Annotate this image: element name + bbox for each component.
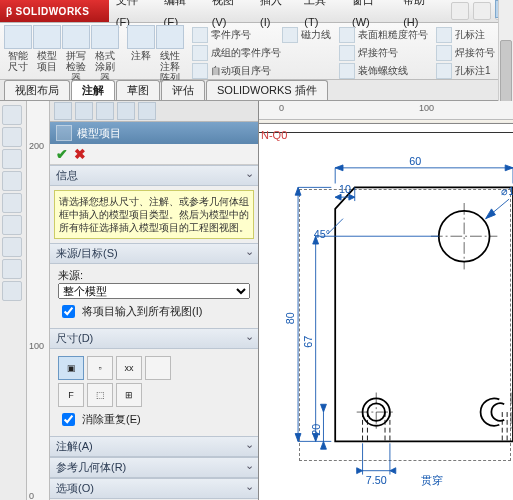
ribbon-surface-finish[interactable]: 表面粗糙度符号 (339, 27, 428, 43)
dim-type-instance-button[interactable]: ▫ (87, 356, 113, 380)
dim-type-7-button[interactable]: ⊞ (116, 383, 142, 407)
tab-view-layout[interactable]: 视图布局 (4, 80, 70, 100)
svg-marker-18 (505, 165, 513, 171)
ribbon-weld-symbol[interactable]: 焊接符号 (339, 45, 428, 61)
menu-bar: βSOLIDWORKS 文件(F) 编辑(E) 视图(V) 插入(I) 工具(T… (0, 0, 513, 23)
dim-type-marked-button[interactable]: ▣ (58, 356, 84, 380)
ribbon-cosmetic-thread[interactable]: 装饰螺纹线 (339, 63, 428, 79)
svg-marker-42 (486, 209, 496, 219)
ribbon-model-items[interactable]: 模型项目 (33, 25, 61, 72)
command-tab-strip: 视图布局 注解 草图 评估 SOLIDWORKS 插件 (0, 80, 513, 101)
section-annotations-header[interactable]: 注解(A) (50, 436, 258, 457)
ribbon: 智能尺寸 模型项目 拼写检验器 格式涂刷器 注释 线性注释阵列 零件序号 成组的… (0, 23, 513, 80)
panel-tab-property-icon[interactable] (75, 102, 93, 120)
drawing-view: 60 10 45° 80 67 20 7.50 ⌀1 贯穿 (259, 119, 513, 500)
model-items-icon (56, 125, 72, 141)
tool-rotate-icon[interactable] (2, 171, 22, 191)
ribbon-hole-callout[interactable]: 孔标注 (436, 27, 495, 43)
svg-text:7.50: 7.50 (366, 474, 387, 486)
svg-text:45°: 45° (314, 228, 330, 240)
property-manager-panel: 模型项目 ? ✔ ✖ 信息 请选择您想从尺寸、注解、或参考几何体组框中插入的模型… (50, 101, 259, 500)
ribbon-smart-dimension[interactable]: 智能尺寸 (4, 25, 32, 72)
dim-type-4-button[interactable] (145, 356, 171, 380)
svg-text:60: 60 (409, 155, 421, 167)
svg-marker-28 (295, 434, 301, 442)
ribbon-surface-group: 表面粗糙度符号 焊接符号 装饰螺纹线 (339, 25, 428, 79)
tool-zoom-icon[interactable] (2, 149, 22, 169)
section-source-header[interactable]: 来源/目标(S) (50, 243, 258, 264)
eliminate-duplicates-input[interactable] (62, 413, 75, 426)
svg-text:80: 80 (284, 312, 296, 324)
main-area: 200 100 0 模型项目 ? ✔ ✖ 信息 请选择您想从尺寸、注解、或参考几… (0, 101, 513, 500)
tool-c-icon[interactable] (2, 281, 22, 301)
ribbon-auto-item-number[interactable]: 自动项目序号 (192, 63, 281, 79)
ribbon-spell-check[interactable]: 拼写检验器 (62, 25, 90, 83)
tool-section-icon[interactable] (2, 193, 22, 213)
info-message: 请选择您想从尺寸、注解、或参考几何体组框中插入的模型项目类型。然后为模型中的所有… (54, 190, 254, 239)
svg-marker-17 (335, 165, 343, 171)
source-label: 来源: (58, 268, 250, 283)
left-toolbar (0, 101, 27, 500)
panel-nav-tabs (50, 101, 258, 122)
ribbon-hole-callout-2[interactable]: 孔标注1 (436, 63, 495, 79)
svg-marker-34 (321, 404, 327, 412)
svg-text:10: 10 (339, 183, 351, 195)
svg-text:贯穿: 贯穿 (421, 474, 443, 486)
tool-select-icon[interactable] (2, 105, 22, 125)
panel-confirm-bar: ✔ ✖ (50, 144, 258, 165)
dim-type-not-marked-button[interactable]: xx (116, 356, 142, 380)
section-options-header[interactable]: 选项(O) (50, 478, 258, 499)
svg-text:67: 67 (302, 336, 314, 348)
svg-text:⌀1: ⌀1 (501, 185, 513, 197)
ok-button[interactable]: ✔ (56, 146, 68, 162)
panel-title: 模型项目 ? (50, 122, 258, 144)
horizontal-ruler: 0 100 (259, 101, 513, 120)
app-logo: βSOLIDWORKS (0, 0, 109, 22)
section-info-header[interactable]: 信息 (50, 165, 258, 186)
qat-new-icon[interactable] (451, 2, 469, 20)
tab-annotation[interactable]: 注解 (71, 80, 115, 100)
eliminate-duplicates-checkbox[interactable]: 消除重复(E) (58, 410, 250, 429)
qat-open-icon[interactable] (473, 2, 491, 20)
tab-sketch[interactable]: 草图 (116, 80, 160, 100)
panel-tab-display-icon[interactable] (138, 102, 156, 120)
drawing-canvas[interactable]: 0 100 N-Q0 (259, 101, 513, 500)
dim-type-6-button[interactable]: ⬚ (87, 383, 113, 407)
ribbon-weld-symbol-2[interactable]: 焊接符号 (436, 45, 495, 61)
svg-marker-35 (321, 441, 327, 449)
tool-measure-icon[interactable] (2, 215, 22, 235)
ribbon-linear-note-pattern[interactable]: 线性注释阵列 (156, 25, 184, 83)
ribbon-note[interactable]: 注释 (127, 25, 155, 61)
vertical-ruler: 200 100 0 (27, 101, 50, 500)
import-all-views-checkbox[interactable]: 将项目输入到所有视图(I) (58, 302, 250, 321)
tab-evaluate[interactable]: 评估 (161, 80, 205, 100)
ribbon-format-painter[interactable]: 格式涂刷器 (91, 25, 119, 83)
svg-text:20: 20 (310, 424, 322, 436)
svg-marker-37 (357, 468, 363, 474)
ribbon-hole-group: 孔标注 焊接符号 孔标注1 (436, 25, 495, 79)
ribbon-balloon-group: 零件序号 成组的零件序号 自动项目序号 (192, 25, 281, 79)
tool-b-icon[interactable] (2, 259, 22, 279)
ribbon-balloon[interactable]: 零件序号 (192, 27, 281, 43)
import-all-views-input[interactable] (62, 305, 75, 318)
tab-addins[interactable]: SOLIDWORKS 插件 (206, 80, 328, 100)
panel-tab-feature-icon[interactable] (54, 102, 72, 120)
svg-marker-27 (295, 187, 301, 195)
section-dimensions-header[interactable]: 尺寸(D) (50, 328, 258, 349)
dim-type-5-button[interactable]: F (58, 383, 84, 407)
panel-tab-config-icon[interactable] (96, 102, 114, 120)
ribbon-magnetic-line[interactable]: 磁力线 (282, 27, 331, 43)
cancel-button[interactable]: ✖ (74, 146, 86, 162)
tool-a-icon[interactable] (2, 237, 22, 257)
ribbon-magnetic-group: 磁力线 (282, 25, 331, 43)
source-select[interactable]: 整个模型 (58, 283, 250, 299)
tool-pan-icon[interactable] (2, 127, 22, 147)
ribbon-auto-balloon[interactable]: 成组的零件序号 (192, 45, 281, 61)
panel-body: 信息 请选择您想从尺寸、注解、或参考几何体组框中插入的模型项目类型。然后为模型中… (50, 165, 258, 500)
panel-tab-dim-icon[interactable] (117, 102, 135, 120)
section-reference-geometry-header[interactable]: 参考几何体(R) (50, 457, 258, 478)
svg-marker-38 (390, 468, 396, 474)
